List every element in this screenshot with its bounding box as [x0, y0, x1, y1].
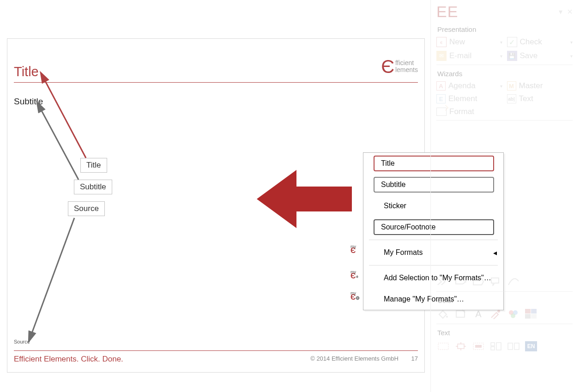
text-toolbar: EN: [437, 341, 572, 351]
box-subtitle: Subtitle: [74, 180, 112, 194]
rectangle-icon[interactable]: [472, 277, 484, 287]
format-button[interactable]: Format: [436, 107, 573, 116]
chevron-down-icon[interactable]: ▾: [500, 40, 502, 45]
split-icon[interactable]: [508, 341, 520, 351]
popup-myformats-label: My Formats: [384, 248, 423, 257]
box-source: Source: [68, 201, 105, 216]
section-text: Text: [437, 329, 572, 337]
slide-logo: Є fficient lements: [381, 57, 418, 76]
svg-rect-16: [496, 343, 501, 350]
new-icon: ϵ: [436, 37, 447, 47]
chevron-down-icon[interactable]: ▾: [500, 54, 502, 59]
slide-footer-left: Efficient Elements. Click. Done.: [14, 355, 123, 364]
arc-icon[interactable]: [508, 277, 520, 287]
fill-icon[interactable]: [437, 309, 449, 319]
svg-rect-11: [458, 344, 464, 349]
chevron-down-icon[interactable]: ▾: [500, 84, 502, 89]
text-icon: ab|: [507, 94, 516, 103]
footer-page: 17: [411, 355, 418, 362]
slide-footer-right: © 2014 Efficient Elements GmbH 17: [299, 355, 418, 362]
svg-point-9: [511, 314, 515, 318]
popup-title-label: Title: [381, 159, 395, 168]
fit-icon[interactable]: [455, 341, 467, 351]
svg-line-0: [44, 79, 86, 158]
svg-point-6: [497, 310, 500, 313]
svg-rect-17: [508, 343, 513, 350]
pentagon-icon[interactable]: [455, 277, 467, 287]
outline-icon[interactable]: [455, 309, 467, 319]
wrap-icon[interactable]: [472, 341, 484, 351]
big-red-arrow-icon: [257, 170, 352, 228]
svg-rect-10: [438, 343, 448, 350]
element-button[interactable]: E Element: [436, 94, 502, 103]
shape-toolbar: [437, 277, 572, 287]
color-wheel-icon[interactable]: [508, 309, 520, 319]
svg-line-1: [41, 109, 79, 180]
email-icon: ✉: [436, 51, 447, 61]
textbox-icon[interactable]: [437, 341, 449, 351]
swatch-icon[interactable]: [525, 309, 537, 319]
popup-sticker-label: Sticker: [384, 202, 406, 210]
epsilon-icon: Є: [381, 57, 394, 76]
logo-text-2: lements: [395, 66, 418, 73]
agenda-icon: A: [436, 81, 446, 90]
slide-source[interactable]: Source: [14, 339, 30, 344]
chevron-down-icon[interactable]: ▾: [570, 40, 573, 45]
columns-icon[interactable]: [490, 341, 502, 351]
section-wizards: Wizards: [437, 70, 572, 78]
svg-point-4: [446, 316, 448, 318]
master-icon: M: [507, 81, 516, 90]
slide-title[interactable]: Title: [14, 64, 418, 79]
check-icon: ✓: [507, 37, 517, 47]
svg-rect-15: [491, 347, 495, 350]
language-button[interactable]: EN: [525, 341, 537, 351]
check-button[interactable]: ✓ Check▾: [507, 37, 573, 47]
svg-rect-5: [456, 311, 465, 317]
save-button[interactable]: 💾 Save▾: [507, 51, 573, 61]
slide-source-underline: [14, 350, 418, 351]
section-presentation: Presentation: [437, 25, 572, 33]
popup-subtitle-label: Subtitle: [381, 181, 405, 189]
chevrons-icon[interactable]: [437, 277, 449, 287]
font-color-icon[interactable]: A: [472, 309, 484, 319]
chevron-down-icon[interactable]: ▾: [570, 54, 573, 59]
eyedropper-icon[interactable]: [490, 309, 502, 319]
svg-line-2: [31, 218, 74, 334]
save-icon: 💾: [507, 51, 517, 61]
svg-rect-13: [475, 345, 482, 348]
svg-rect-14: [491, 343, 495, 346]
slide-title-underline: [14, 82, 418, 83]
slide-subtitle[interactable]: Subtitle: [14, 96, 418, 107]
ee-logo: EE: [436, 3, 458, 21]
new-button[interactable]: ϵ New▾: [436, 37, 502, 47]
close-icon[interactable]: ×: [567, 6, 573, 17]
footer-copyright: © 2014 Efficient Elements GmbH: [310, 355, 399, 362]
dropdown-icon[interactable]: ▾: [559, 7, 562, 16]
color-toolbar: A: [437, 309, 572, 319]
text-button[interactable]: ab| Text: [507, 94, 573, 103]
popup-source-label: Source/Footnote: [381, 223, 435, 231]
svg-marker-3: [257, 170, 352, 228]
element-icon: E: [436, 94, 446, 103]
email-button[interactable]: ✉ E-mail▾: [436, 51, 502, 61]
slide-canvas: Є fficient lements Title Subtitle Title …: [7, 38, 425, 373]
master-button[interactable]: M Master: [507, 81, 573, 90]
agenda-button[interactable]: A Agenda▾: [436, 81, 502, 90]
format-icon: [436, 108, 447, 116]
logo-text-1: fficient: [395, 60, 418, 66]
callout-icon[interactable]: [490, 277, 502, 287]
svg-rect-18: [514, 343, 519, 350]
box-title: Title: [80, 158, 107, 173]
section-color: Color: [437, 296, 572, 304]
task-pane: EE ▾ × Presentation ϵ New▾ ✓ Check▾ ✉ E-…: [430, 0, 578, 392]
